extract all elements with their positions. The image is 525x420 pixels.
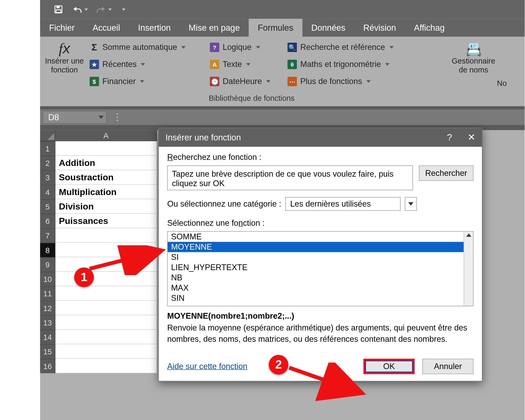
tab-revision[interactable]: Révision — [354, 19, 405, 37]
cell-A14[interactable] — [55, 330, 157, 344]
cell-A9[interactable] — [55, 257, 157, 272]
scrollbar[interactable] — [464, 232, 473, 306]
logical-label: Logique — [223, 43, 251, 52]
close-icon[interactable]: ✕ — [468, 132, 475, 143]
cell-A3[interactable]: Soustraction — [55, 170, 157, 185]
tab-donnees[interactable]: Données — [302, 19, 354, 37]
name-box[interactable]: D8 — [43, 111, 107, 124]
row-header[interactable]: 10 — [40, 272, 56, 286]
help-link[interactable]: Aide sur cette fonction — [167, 362, 248, 371]
save-icon[interactable] — [53, 4, 64, 15]
row-header[interactable]: 14 — [40, 330, 56, 344]
names-group-caption: No — [440, 79, 507, 88]
category-select[interactable]: Les dernières utilisées — [286, 197, 401, 211]
svg-rect-1 — [56, 6, 60, 8]
col-header-A[interactable]: A — [55, 130, 157, 141]
ok-button[interactable]: OK — [364, 359, 415, 374]
ribbon-group-caption: Bibliothèque de fonctions — [89, 94, 415, 106]
search-button[interactable]: Rechercher — [419, 166, 473, 181]
tab-formules[interactable]: Formules — [249, 19, 302, 37]
row-header[interactable]: 9 — [40, 257, 56, 272]
undo-icon[interactable] — [72, 4, 83, 15]
row-header[interactable]: 1 — [40, 141, 56, 156]
name-manager-icon: 📇 — [440, 42, 507, 57]
cell-A6[interactable]: Puissances — [55, 214, 157, 228]
row-header[interactable]: 3 — [40, 170, 56, 185]
more-fns-button[interactable]: ⋯Plus de fonctions — [287, 74, 415, 90]
function-item[interactable]: SIN — [168, 293, 464, 303]
text-button[interactable]: ATexte — [209, 56, 286, 73]
search-label: Recherchez une fonction : — [167, 153, 474, 162]
cell-A10[interactable] — [55, 272, 157, 286]
cell-A11[interactable] — [55, 286, 157, 301]
cell-A4[interactable]: Multiplication — [55, 185, 157, 199]
row-header[interactable]: 7 — [40, 228, 56, 243]
recent-label: Récentes — [102, 60, 136, 69]
scroll-up-icon[interactable] — [466, 233, 471, 237]
cell-A13[interactable] — [55, 315, 157, 330]
tab-affichage[interactable]: Affichag — [405, 19, 454, 37]
row-header[interactable]: 16 — [40, 359, 56, 373]
cell-A2[interactable]: Addition — [55, 156, 157, 170]
cell-A8[interactable] — [55, 243, 157, 257]
function-item[interactable]: SI — [168, 252, 464, 262]
ribbon-body: fx Insérer une fonction ΣSomme automatiq… — [40, 37, 525, 106]
function-item[interactable]: MOYENNE — [168, 242, 464, 252]
category-label: Ou sélectionnez une catégorie : — [167, 199, 281, 209]
function-item[interactable]: NB — [168, 272, 464, 283]
row-header[interactable]: 5 — [40, 199, 56, 214]
undo-dropdown-icon[interactable] — [85, 8, 88, 10]
datetime-button[interactable]: 🕒DateHeure — [209, 74, 286, 90]
select-all-corner[interactable] — [40, 130, 56, 141]
row-header[interactable]: 4 — [40, 185, 56, 199]
row-header[interactable]: 8 — [40, 243, 56, 257]
tab-accueil[interactable]: Accueil — [84, 19, 129, 37]
insert-function-button[interactable]: fx Insérer une fonction — [40, 39, 89, 106]
tab-mise-en-page[interactable]: Mise en page — [180, 19, 249, 37]
tab-fichier[interactable]: Fichier — [40, 19, 84, 37]
callout-badge-2: 2 — [269, 355, 288, 375]
datetime-label: DateHeure — [223, 77, 262, 86]
cell-A15[interactable] — [55, 344, 157, 359]
logical-button[interactable]: ?Logique — [209, 39, 286, 56]
tab-insertion[interactable]: Insertion — [129, 19, 180, 37]
recent-button[interactable]: ★Récentes — [89, 56, 208, 73]
cell-A7[interactable] — [55, 228, 157, 243]
autosum-button[interactable]: ΣSomme automatique — [89, 39, 208, 56]
category-dropdown-icon[interactable] — [405, 197, 417, 211]
function-list[interactable]: SOMMEMOYENNESILIEN_HYPERTEXTENBMAXSIN — [167, 231, 474, 306]
help-icon[interactable]: ? — [447, 132, 452, 143]
redo-dropdown-icon[interactable] — [108, 8, 112, 10]
row-header[interactable]: 12 — [40, 301, 56, 315]
function-item[interactable]: SOMME — [168, 232, 464, 242]
row-header[interactable]: 6 — [40, 214, 56, 228]
row-header[interactable]: 13 — [40, 315, 56, 330]
more-fns-label: Plus de fonctions — [300, 77, 362, 86]
cancel-button[interactable]: Annuler — [422, 359, 474, 374]
function-list-label: Sélectionnez une fonction : — [167, 218, 474, 228]
cell-A1[interactable] — [55, 141, 157, 156]
qat-customize-icon[interactable] — [122, 8, 125, 10]
chevron-down-icon[interactable] — [98, 116, 104, 119]
function-item[interactable]: LIEN_HYPERTEXTE — [168, 262, 464, 272]
name-manager-label1: Gestionnaire — [440, 57, 507, 66]
dialog-titlebar[interactable]: Insérer une fonction ? ✕ — [159, 128, 482, 147]
formula-bar-row: D8 ⋮ — [40, 110, 525, 125]
cell-A5[interactable]: Division — [55, 199, 157, 214]
lookup-button[interactable]: 🔍Recherche et référence — [287, 39, 415, 56]
cell-A12[interactable] — [55, 301, 157, 315]
search-input[interactable]: Tapez une brève description de ce que vo… — [167, 166, 413, 190]
name-manager-button[interactable]: 📇 Gestionnaire de noms No — [440, 39, 507, 106]
row-header[interactable]: 11 — [40, 286, 56, 301]
math-button[interactable]: θMaths et trigonométrie — [287, 56, 415, 73]
row-header[interactable]: 2 — [40, 156, 56, 170]
cell-A16[interactable] — [55, 359, 157, 373]
function-item[interactable]: MAX — [168, 283, 464, 293]
svg-rect-2 — [56, 10, 61, 12]
redo-icon[interactable] — [96, 4, 107, 15]
function-signature: MOYENNE(nombre1;nombre2;...) — [167, 311, 474, 321]
insert-function-label2: fonction — [40, 66, 89, 75]
insert-function-dialog: Insérer une fonction ? ✕ Recherchez une … — [158, 128, 482, 381]
financial-button[interactable]: $Financier — [89, 74, 208, 90]
row-header[interactable]: 15 — [40, 344, 56, 359]
